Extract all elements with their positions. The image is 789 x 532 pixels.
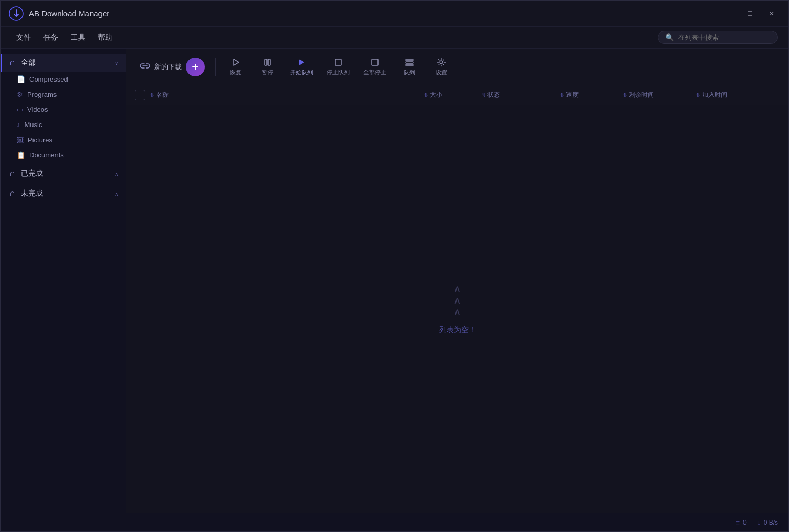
maximize-button[interactable]: ☐ <box>739 6 760 21</box>
sidebar-item-incomplete[interactable]: 🗀 未完成 ∧ <box>1 185 126 202</box>
menu-tools[interactable]: 工具 <box>65 31 91 44</box>
col-sort-icon-status: ⇅ <box>482 93 486 98</box>
stop-all-icon <box>370 58 380 67</box>
col-name[interactable]: ⇅ 名称 <box>150 90 424 99</box>
table-header: ⇅ 名称 ⇅ 大小 ⇅ 状态 ⇅ 速度 ⇅ 剩余时间 <box>126 85 788 105</box>
menu-task[interactable]: 任务 <box>38 31 63 44</box>
new-download-label: 新的下载 <box>154 62 182 72</box>
col-sort-icon-speed: ⇅ <box>560 93 564 98</box>
svg-marker-5 <box>299 59 304 65</box>
svg-rect-4 <box>268 59 270 65</box>
sidebar-item-all[interactable]: 🗀 全部 ∨ <box>1 54 126 72</box>
menu-items: 文件 任务 工具 帮助 <box>11 31 118 44</box>
empty-chevron-2: ∧ <box>453 295 461 305</box>
stop-all-button[interactable]: 全部停止 <box>358 54 392 80</box>
col-status-label: 状态 <box>487 90 500 99</box>
svg-rect-6 <box>335 59 341 65</box>
queue-button[interactable]: 队列 <box>395 54 424 80</box>
new-download-gradient-icon <box>186 58 205 76</box>
stop-queue-button[interactable]: 停止队列 <box>321 54 355 80</box>
col-sort-icon: ⇅ <box>150 93 154 98</box>
title-bar-controls: — ☐ ✕ <box>717 6 782 21</box>
speed-value: 0 B/s <box>764 519 778 526</box>
settings-button[interactable]: 设置 <box>427 54 455 80</box>
svg-rect-8 <box>406 59 413 61</box>
menu-file[interactable]: 文件 <box>11 31 36 44</box>
sidebar-subitem-label: Compressed <box>29 75 68 83</box>
empty-message: 列表为空！ <box>439 325 476 335</box>
chevron-up-icon-2: ∧ <box>115 191 118 197</box>
status-list-count: ≡ 0 <box>736 518 747 527</box>
select-all-checkbox[interactable] <box>135 90 145 100</box>
sidebar-incomplete-label: 未完成 <box>21 189 110 198</box>
start-queue-icon <box>297 58 306 67</box>
resume-label: 恢复 <box>230 69 241 76</box>
empty-chevron-3: ∧ <box>453 307 461 317</box>
search-icon: 🔍 <box>665 33 674 41</box>
sidebar-subitem-label: Videos <box>27 106 48 114</box>
col-remaining-label: 剩余时间 <box>629 90 654 99</box>
pictures-icon: 🖼 <box>17 136 24 144</box>
sidebar-item-compressed[interactable]: 📄 Compressed <box>8 72 126 87</box>
sidebar-section-completed: 🗀 已完成 ∧ <box>1 165 126 183</box>
app-window: AB Download Manager — ☐ ✕ 文件 任务 工具 帮助 🔍 <box>0 0 789 532</box>
queue-icon <box>405 58 414 67</box>
svg-rect-10 <box>406 64 413 66</box>
svg-rect-3 <box>265 59 267 65</box>
sidebar-section-incomplete: 🗀 未完成 ∧ <box>1 185 126 202</box>
col-sort-icon-remaining: ⇅ <box>623 93 627 98</box>
menu-help[interactable]: 帮助 <box>93 31 118 44</box>
sidebar-item-videos[interactable]: ▭ Videos <box>8 102 126 117</box>
sidebar-subitem-label: Pictures <box>28 136 52 144</box>
videos-icon: ▭ <box>17 106 23 114</box>
folder-incomplete-icon: 🗀 <box>9 189 17 198</box>
sidebar-item-music[interactable]: ♪ Music <box>8 117 126 132</box>
sidebar-item-programs[interactable]: ⚙ Programs <box>8 87 126 102</box>
search-input[interactable] <box>678 33 770 41</box>
list-count-value: 0 <box>743 519 747 526</box>
sidebar: 🗀 全部 ∨ 📄 Compressed ⚙ Programs ▭ <box>1 49 126 531</box>
col-speed-label: 速度 <box>566 90 579 99</box>
folder-completed-icon: 🗀 <box>9 169 17 178</box>
plus-icon <box>191 63 199 71</box>
stop-queue-label: 停止队列 <box>327 69 350 76</box>
toolbar: 新的下载 恢复 <box>126 49 788 85</box>
col-size[interactable]: ⇅ 大小 <box>424 90 482 99</box>
col-status[interactable]: ⇅ 状态 <box>482 90 560 99</box>
settings-label: 设置 <box>436 69 447 76</box>
resume-icon <box>231 58 240 67</box>
app-title: AB Download Manager <box>29 9 109 18</box>
app-logo-icon <box>9 6 24 21</box>
col-added[interactable]: ⇅ 加入时间 <box>696 90 780 99</box>
sidebar-subitems: 📄 Compressed ⚙ Programs ▭ Videos ♪ Music <box>1 72 126 163</box>
sidebar-subitem-label: Documents <box>29 151 64 159</box>
empty-chevron-1: ∧ <box>453 284 461 294</box>
sidebar-subitem-label: Programs <box>27 90 57 98</box>
download-speed-icon: ↓ <box>757 518 761 527</box>
close-button[interactable]: ✕ <box>761 6 782 21</box>
empty-icon-container: ∧ ∧ ∧ <box>453 284 461 317</box>
start-queue-button[interactable]: 开始队列 <box>285 54 318 80</box>
start-queue-label: 开始队列 <box>290 69 313 76</box>
music-icon: ♪ <box>17 121 20 129</box>
settings-icon <box>437 58 446 67</box>
sidebar-item-completed[interactable]: 🗀 已完成 ∧ <box>1 165 126 183</box>
sidebar-all-label: 全部 <box>21 58 110 67</box>
sidebar-item-documents[interactable]: 📋 Documents <box>8 148 126 163</box>
resume-button[interactable]: 恢复 <box>221 54 250 80</box>
sidebar-item-pictures[interactable]: 🖼 Pictures <box>8 132 126 148</box>
col-sort-icon-added: ⇅ <box>696 93 701 98</box>
svg-marker-2 <box>234 59 239 65</box>
col-speed[interactable]: ⇅ 速度 <box>560 90 623 99</box>
col-remaining[interactable]: ⇅ 剩余时间 <box>623 90 696 99</box>
chevron-down-icon: ∨ <box>115 60 118 66</box>
pause-label: 暂停 <box>262 69 273 76</box>
sidebar-subitem-label: Music <box>25 121 42 129</box>
sidebar-completed-label: 已完成 <box>21 169 110 178</box>
programs-icon: ⚙ <box>17 90 23 98</box>
minimize-button[interactable]: — <box>717 6 738 21</box>
col-name-label: 名称 <box>156 90 169 99</box>
new-download-button[interactable]: 新的下载 <box>135 54 210 80</box>
col-size-label: 大小 <box>430 90 442 99</box>
pause-button[interactable]: 暂停 <box>253 54 282 80</box>
